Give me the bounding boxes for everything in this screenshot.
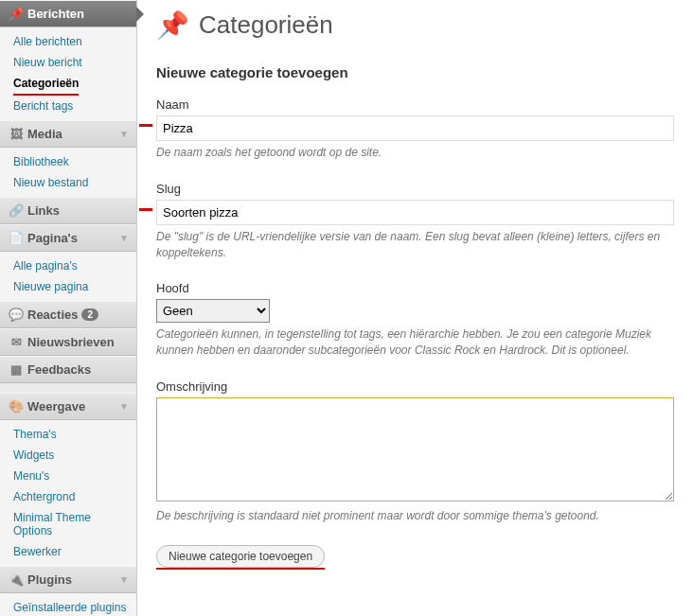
chevron-down-icon: ▼ (119, 233, 129, 243)
parent-select[interactable]: Geen (156, 299, 270, 323)
field-parent: Hoofd Geen Categorieën kunnen, in tegens… (156, 281, 674, 359)
name-label: Naam (156, 97, 674, 112)
menu-label: Pagina's (27, 231, 78, 245)
sub-menus[interactable]: Menu's (0, 466, 136, 486)
sub-geinstalleerde-plugins[interactable]: Geïnstalleerde plugins (0, 597, 136, 616)
menu-label: Berichten (27, 7, 84, 21)
menu-label: Links (27, 203, 60, 218)
sub-bewerker[interactable]: Bewerker (0, 541, 136, 562)
sub-nieuwe-pagina[interactable]: Nieuwe pagina (0, 276, 136, 297)
name-input[interactable] (156, 115, 674, 141)
name-desc: De naam zoals het getoond wordt op de si… (156, 145, 674, 161)
submenu-paginas: Alle pagina's Nieuwe pagina (0, 252, 136, 301)
chevron-down-icon: ▼ (119, 129, 129, 139)
field-name: Naam De naam zoals het getoond wordt op … (156, 97, 674, 161)
menu-reacties[interactable]: 💬 Reacties 2 (0, 301, 136, 328)
menu-media[interactable]: 🖼 Media ▼ (0, 120, 136, 148)
chevron-down-icon: ▼ (119, 574, 129, 585)
sub-achtergrond[interactable]: Achtergrond (0, 486, 136, 507)
menu-nieuwsbrieven[interactable]: ✉ Nieuwsbrieven (0, 328, 136, 356)
menu-label: Weergave (27, 399, 85, 414)
submit-button[interactable]: Nieuwe categorie toevoegen (156, 545, 325, 568)
link-icon: 🔗 (8, 203, 25, 218)
highlight-marker (139, 124, 152, 127)
menu-label: Plugins (27, 572, 72, 587)
field-slug: Slug De "slug" is de URL-vriendelijke ve… (156, 182, 674, 261)
parent-desc: Categorieën kunnen, in tegenstelling tot… (156, 326, 674, 359)
slug-label: Slug (156, 182, 674, 196)
sub-bibliotheek[interactable]: Bibliotheek (0, 151, 136, 172)
menu-label: Reacties (27, 308, 78, 322)
highlight-marker (139, 208, 152, 211)
menu-label: Feedbacks (27, 362, 91, 377)
slug-desc: De "slug" is de URL-vriendelijke versie … (156, 229, 674, 261)
appearance-icon: 🎨 (8, 399, 25, 414)
pin-icon: 📌 (8, 7, 25, 21)
pushpin-icon: 📌 (156, 9, 189, 41)
reacties-badge: 2 (81, 308, 98, 321)
sub-alle-berichten[interactable]: Alle berichten (0, 31, 136, 52)
description-desc: De beschrijving is standaard niet promin… (156, 508, 674, 524)
page-title: Categorieën (199, 10, 333, 40)
plugin-icon: 🔌 (8, 572, 25, 587)
menu-feedbacks[interactable]: ▦ Feedbacks (0, 356, 136, 383)
media-icon: 🖼 (8, 127, 25, 141)
sub-themas[interactable]: Thema's (0, 424, 136, 445)
field-description: Omschrijving De beschrijving is standaar… (156, 379, 674, 524)
chevron-down-icon: ▼ (119, 401, 129, 412)
submit-row: Nieuwe categorie toevoegen (156, 545, 674, 570)
description-textarea[interactable] (156, 397, 674, 502)
sub-categorieen[interactable]: Categorieën (13, 73, 79, 96)
menu-berichten[interactable]: 📌 Berichten (0, 0, 136, 27)
menu-label: Media (27, 127, 62, 141)
submenu-media: Bibliotheek Nieuw bestand (0, 148, 136, 197)
sub-widgets[interactable]: Widgets (0, 445, 136, 466)
menu-paginas[interactable]: 📄 Pagina's ▼ (0, 224, 136, 252)
submenu-weergave: Thema's Widgets Menu's Achtergrond Minim… (0, 420, 136, 566)
sub-alle-paginas[interactable]: Alle pagina's (0, 255, 136, 276)
arrow-right-icon (136, 7, 144, 22)
submenu-plugins: Geïnstalleerde plugins Nieuwe plugin (0, 593, 136, 616)
sub-minimal-theme[interactable]: Minimal Theme Options (0, 507, 136, 541)
mail-icon: ✉ (8, 335, 25, 349)
section-heading: Nieuwe categorie toevoegen (156, 64, 674, 80)
menu-label: Nieuwsbrieven (27, 335, 115, 349)
admin-sidebar: 📌 Berichten Alle berichten Nieuw bericht… (0, 0, 137, 616)
description-label: Omschrijving (156, 379, 674, 394)
sub-bericht-tags[interactable]: Bericht tags (0, 96, 136, 116)
menu-weergave[interactable]: 🎨 Weergave ▼ (0, 393, 136, 420)
comment-icon: 💬 (8, 308, 25, 322)
page-icon: 📄 (8, 231, 25, 245)
feedback-icon: ▦ (8, 362, 25, 377)
submenu-berichten: Alle berichten Nieuw bericht Categorieën… (0, 27, 136, 120)
menu-links[interactable]: 🔗 Links (0, 197, 136, 224)
sub-nieuw-bericht[interactable]: Nieuw bericht (0, 52, 136, 73)
main-content: 📌 Categorieën Nieuwe categorie toevoegen… (137, 0, 693, 616)
menu-plugins[interactable]: 🔌 Plugins ▼ (0, 566, 136, 593)
slug-input[interactable] (156, 200, 674, 225)
page-title-row: 📌 Categorieën (156, 9, 674, 41)
parent-label: Hoofd (156, 281, 674, 295)
sub-nieuw-bestand[interactable]: Nieuw bestand (0, 172, 136, 193)
